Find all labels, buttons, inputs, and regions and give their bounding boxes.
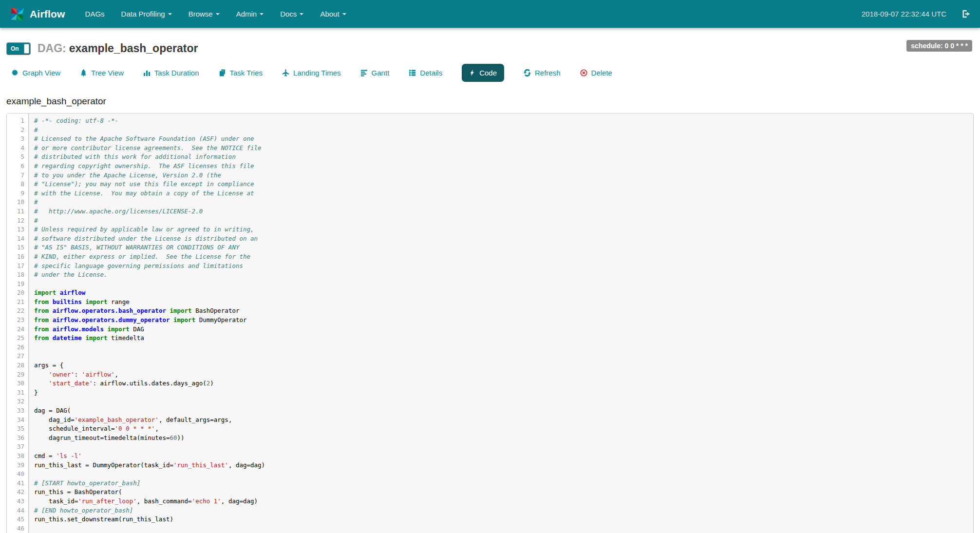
line-number: 1 <box>7 116 28 126</box>
tab-code[interactable]: Code <box>462 64 504 82</box>
brand-name: Airflow <box>30 8 65 20</box>
line-number: 10 <box>7 198 28 207</box>
tab-task-duration[interactable]: Task Duration <box>143 69 199 77</box>
code-line: # "License"); you may not use this file … <box>34 180 973 189</box>
code-line: from builtins import range <box>34 298 973 307</box>
utc-clock: 2018-09-07 22:32:44 UTC <box>862 10 946 18</box>
line-number: 2 <box>7 126 28 135</box>
code-line: # "AS IS" BASIS, WITHOUT WARRANTIES OR C… <box>34 243 973 252</box>
code-line: from datetime import timedelta <box>34 334 973 343</box>
nav-item-dags[interactable]: DAGs <box>77 0 113 28</box>
line-number: 22 <box>7 306 28 316</box>
tab-graph-view[interactable]: Graph View <box>11 69 60 77</box>
code-line: cmd = 'ls -l' <box>34 452 973 461</box>
line-number: 34 <box>7 416 28 425</box>
logout-icon[interactable] <box>961 9 971 19</box>
line-number: 40 <box>7 470 28 479</box>
tab-details[interactable]: Details <box>409 69 442 77</box>
tab-label: Tree View <box>91 69 124 77</box>
nav-item-label: DAGs <box>85 10 105 18</box>
copy-icon <box>219 69 226 76</box>
nav-item-browse[interactable]: Browse <box>180 0 228 28</box>
line-number: 13 <box>7 225 28 234</box>
nav-item-label: Docs <box>280 10 297 18</box>
code-line: run_this.set_downstream(run_this_last) <box>34 515 973 524</box>
chevron-down-icon <box>342 13 346 15</box>
tab-label: Gantt <box>372 69 390 77</box>
dag-title-prefix: DAG: <box>38 42 66 55</box>
code-line: ​ <box>34 343 973 352</box>
code-line: # Unless required by applicable law or a… <box>34 225 973 234</box>
nav-item-admin[interactable]: Admin <box>228 0 272 28</box>
code-line: # KIND, either express or implied. See t… <box>34 252 973 262</box>
dag-header: On DAG:example_bash_operator schedule: 0… <box>6 42 974 55</box>
code-line: ​ <box>34 280 973 289</box>
line-number: 15 <box>7 243 28 252</box>
code-line: # or more contributor license agreements… <box>34 144 973 153</box>
code-line: from airflow.operators.dummy_operator im… <box>34 316 973 325</box>
line-number: 12 <box>7 216 28 226</box>
navbar: Airflow DAGsData ProfilingBrowseAdminDoc… <box>0 0 980 28</box>
code-line: # regarding copyright ownership. The ASF… <box>34 162 973 171</box>
code-line: import airflow <box>34 288 973 298</box>
navbar-menu: DAGsData ProfilingBrowseAdminDocsAbout <box>77 0 355 28</box>
code-line: from airflow.models import DAG <box>34 325 973 334</box>
chevron-down-icon <box>168 13 172 15</box>
code-line: # to you under the Apache License, Versi… <box>34 171 973 180</box>
bolt-icon <box>469 69 475 76</box>
line-number: 35 <box>7 424 28 434</box>
tab-label: Landing Times <box>293 69 341 77</box>
tab-label: Delete <box>591 69 612 77</box>
line-number: 6 <box>7 162 28 171</box>
code-line: 'start_date': airflow.utils.dates.days_a… <box>34 379 973 388</box>
tab-refresh[interactable]: Refresh <box>524 69 561 77</box>
line-number: 16 <box>7 252 28 262</box>
code-line: ​ <box>34 442 973 452</box>
line-number: 31 <box>7 388 28 398</box>
nav-item-docs[interactable]: Docs <box>272 0 312 28</box>
code-line: args = { <box>34 361 973 370</box>
code-line: schedule_interval='0 0 * * *', <box>34 424 973 434</box>
line-number: 21 <box>7 298 28 307</box>
line-number: 42 <box>7 488 28 497</box>
tab-task-tries[interactable]: Task Tries <box>219 69 263 77</box>
code-line: # <box>34 198 973 207</box>
line-number: 23 <box>7 316 28 325</box>
line-number: 27 <box>7 352 28 361</box>
code-block: 1234567891011121314151617181920212223242… <box>6 113 974 533</box>
schedule-badge: schedule: 0 0 * * * <box>906 40 972 52</box>
dag-pause-toggle[interactable]: On <box>6 42 31 55</box>
line-number: 26 <box>7 343 28 352</box>
nav-item-about[interactable]: About <box>312 0 354 28</box>
line-number: 20 <box>7 288 28 298</box>
nav-item-data-profiling[interactable]: Data Profiling <box>113 0 180 28</box>
plane-icon <box>282 69 289 76</box>
line-number: 37 <box>7 442 28 452</box>
code-line: dag = DAG( <box>34 406 973 416</box>
tab-label: Code <box>479 69 497 77</box>
code-line: # [START howto_operator_bash] <box>34 479 973 488</box>
line-number: 43 <box>7 497 28 506</box>
code-line: # <box>34 216 973 226</box>
tab-delete[interactable]: Delete <box>580 69 612 77</box>
line-number: 8 <box>7 180 28 189</box>
line-number: 32 <box>7 397 28 406</box>
tab-gantt[interactable]: Gantt <box>360 69 390 77</box>
code-line: run_this_last = DummyOperator(task_id='r… <box>34 461 973 470</box>
tab-label: Task Tries <box>230 69 263 77</box>
tab-label: Task Duration <box>154 69 199 77</box>
line-number: 24 <box>7 325 28 334</box>
tab-tree-view[interactable]: Tree View <box>80 69 124 77</box>
code-line: # [END howto_operator_bash] <box>34 506 973 515</box>
tab-landing-times[interactable]: Landing Times <box>282 69 341 77</box>
code-line: } <box>34 388 973 398</box>
line-number: 5 <box>7 152 28 162</box>
line-number: 4 <box>7 144 28 153</box>
code-line: task_id='run_after_loop', bash_command='… <box>34 497 973 506</box>
line-number: 38 <box>7 452 28 461</box>
source-code: # -*- coding: utf-8 -*-## Licensed to th… <box>29 114 973 533</box>
tab-label: Graph View <box>22 69 60 77</box>
airflow-brand[interactable]: Airflow <box>9 6 65 22</box>
code-line: ​ <box>34 397 973 406</box>
line-number: 41 <box>7 479 28 488</box>
